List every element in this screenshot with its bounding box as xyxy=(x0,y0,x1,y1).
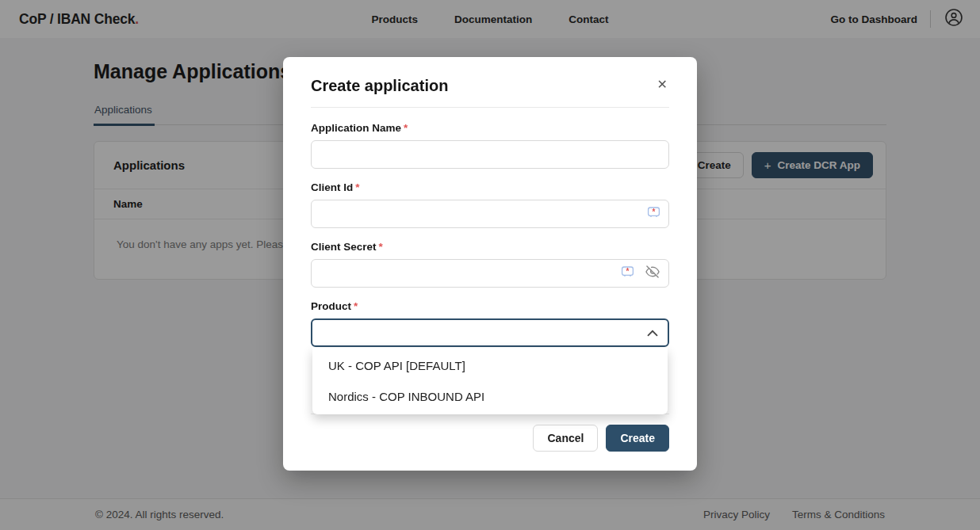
client-secret-field-wrap: * xyxy=(311,259,669,288)
product-label: Product* xyxy=(311,300,669,312)
close-icon[interactable]: ✕ xyxy=(654,77,671,93)
dropdown-option-uk-cop-api[interactable]: UK - COP API [DEFAULT] xyxy=(312,350,668,381)
product-select[interactable]: UK - COP API [DEFAULT] Nordics - COP INB… xyxy=(311,318,669,347)
dropdown-option-nordics-cop-inbound-api[interactable]: Nordics - COP INBOUND API xyxy=(312,381,668,412)
create-application-modal: Create application ✕ Application Name* C… xyxy=(283,57,697,471)
application-name-field-wrap xyxy=(311,140,669,169)
password-manager-autofill-icon[interactable]: * xyxy=(647,206,660,222)
required-asterisk: * xyxy=(404,122,408,134)
modal-title: Create application xyxy=(311,77,448,95)
client-secret-label: Client Secret* xyxy=(311,241,669,253)
password-manager-autofill-icon[interactable]: * xyxy=(621,265,634,281)
required-asterisk: * xyxy=(379,241,383,253)
client-secret-input[interactable] xyxy=(311,259,669,288)
svg-text:*: * xyxy=(653,208,656,216)
product-dropdown: UK - COP API [DEFAULT] Nordics - COP INB… xyxy=(312,348,668,414)
chevron-up-icon xyxy=(647,330,658,337)
modal-create-button[interactable]: Create xyxy=(606,425,669,452)
required-asterisk: * xyxy=(355,181,359,193)
modal-footer: Cancel Create xyxy=(283,414,697,471)
eye-off-icon[interactable] xyxy=(645,264,660,283)
application-name-label: Application Name* xyxy=(311,122,669,134)
client-id-label: Client Id* xyxy=(311,181,669,193)
client-id-field-wrap: * xyxy=(311,200,669,228)
modal-header: Create application ✕ xyxy=(283,57,697,107)
client-id-input[interactable] xyxy=(311,200,669,228)
modal-body: Application Name* Client Id* * Client Se… xyxy=(283,108,697,414)
application-name-input[interactable] xyxy=(311,140,669,169)
cancel-button[interactable]: Cancel xyxy=(533,425,598,452)
required-asterisk: * xyxy=(354,300,358,312)
svg-text:*: * xyxy=(626,267,630,276)
